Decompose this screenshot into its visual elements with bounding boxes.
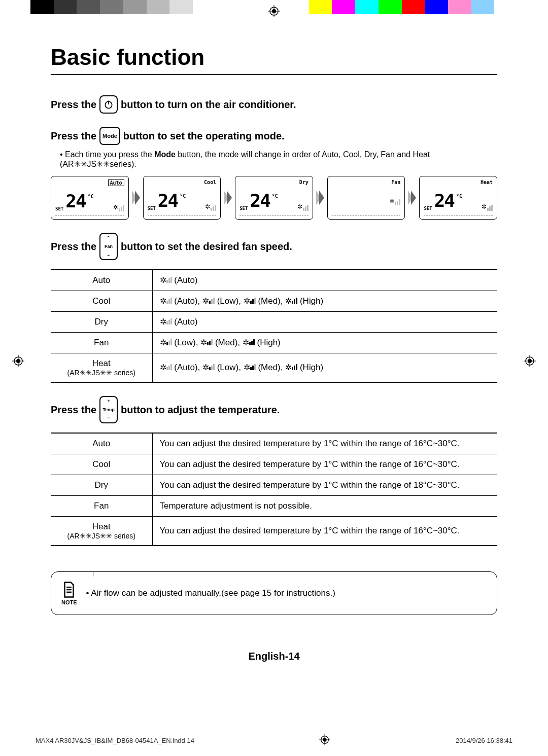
text: Fan <box>105 244 113 249</box>
text: Mode <box>154 150 176 159</box>
power-button-icon <box>99 95 118 114</box>
fan-icon: ✲ <box>113 202 118 211</box>
signal-bars-icon <box>209 364 215 370</box>
instruction-power: Press the button to turn on the air cond… <box>51 95 497 114</box>
signal-bars-icon <box>250 364 256 370</box>
fan-icon: ✲ <box>200 338 207 347</box>
instruction-mode: Press the Mode button to set the operati… <box>51 127 497 145</box>
mode-button-icon: Mode <box>99 127 120 145</box>
registration-mark-icon <box>524 355 536 367</box>
chevron-up-icon: ⌃ <box>107 236 111 240</box>
fan-icon: ✲ <box>285 363 292 372</box>
lcd-cool: Cool SET 24 °C ✲ <box>143 176 221 220</box>
text: button to adjust the temperature. <box>121 404 280 416</box>
note-text: Air flow can be adjusted manually.(see p… <box>86 588 335 598</box>
registration-mark-icon <box>12 355 24 367</box>
text: Press the <box>51 130 96 142</box>
fan-icon: ✲ <box>244 363 250 372</box>
note-label: NOTE <box>61 599 77 605</box>
instruction-fan: Press the ⌃ Fan ⌄ button to set the desi… <box>51 233 497 260</box>
arrow-right-icon <box>408 191 416 205</box>
signal-bars-icon <box>166 339 172 345</box>
fan-speed-table: Auto✲ (Auto)Cool✲ (Auto), ✲ (Low), ✲ (Me… <box>51 269 497 383</box>
table-row: Auto✲ (Auto) <box>51 270 497 291</box>
page-title: Basic function <box>51 45 497 75</box>
registration-mark-icon <box>268 5 280 17</box>
page-number: English-14 <box>51 651 497 662</box>
note-icon: NOTE <box>61 581 77 605</box>
fan-icon: ✲ <box>482 201 487 211</box>
plus-icon: + <box>107 399 110 404</box>
note-box: NOTE Air flow can be adjusted manually.(… <box>51 571 497 615</box>
signal-bars-icon <box>166 318 172 325</box>
table-row: FanTemperature adjustment is not possibl… <box>51 496 497 517</box>
temp-button-icon: + Temp − <box>99 396 118 423</box>
footer-filename: MAX4 AR30JV&JS_IB&IM_DB68-04541A_EN.indd… <box>36 737 194 744</box>
table-row: Cool✲ (Auto), ✲ (Low), ✲ (Med), ✲ (High) <box>51 291 497 312</box>
fan-icon: ✲ <box>244 297 250 305</box>
lcd-dry: Dry SET 24 °C ✲ <box>235 176 313 220</box>
text: Press the <box>51 241 96 253</box>
arrow-right-icon <box>132 191 140 205</box>
instruction-temp: Press the + Temp − button to adjust the … <box>51 396 497 423</box>
signal-bars-icon <box>119 205 124 211</box>
fan-button-icon: ⌃ Fan ⌄ <box>99 233 118 260</box>
minus-icon: − <box>107 416 110 420</box>
signal-bars-icon <box>303 205 309 211</box>
signal-bars-icon <box>207 339 213 345</box>
table-row: Dry✲ (Auto) <box>51 312 497 333</box>
signal-bars-icon <box>211 205 216 211</box>
table-row: Fan✲ (Low), ✲ (Med), ✲ (High) <box>51 333 497 353</box>
fan-icon: ✲ <box>297 201 302 211</box>
signal-bars-icon <box>292 364 297 370</box>
signal-bars-icon <box>292 298 297 304</box>
table-row: AutoYou can adjust the desired temperatu… <box>51 433 497 454</box>
text: Temp <box>102 408 114 412</box>
chevron-down-icon: ⌄ <box>107 253 111 257</box>
table-row: Heat(AR✳✳JS✳✳ series)You can adjust the … <box>51 517 497 546</box>
lcd-auto: Auto SET 24 °C ✲ <box>51 176 129 220</box>
fan-icon: ✲ <box>160 317 166 326</box>
fan-icon: ✲ <box>160 338 166 347</box>
text: button to turn on the air conditioner. <box>121 99 296 111</box>
lcd-fan: Fan ✲ <box>327 176 405 220</box>
fan-icon: ✲ <box>202 297 209 305</box>
signal-bars-icon <box>487 205 493 211</box>
fan-icon: ✲ <box>390 196 395 205</box>
mode-sequence: Auto SET 24 °C ✲ Cool SET 24 °C ✲ Dry SE… <box>51 176 497 220</box>
table-row: CoolYou can adjust the desired temperatu… <box>51 454 497 475</box>
signal-bars-icon <box>166 298 172 304</box>
fan-icon: ✲ <box>202 363 209 372</box>
signal-bars-icon <box>249 339 255 345</box>
text: button to set the desired fan speed. <box>121 241 292 253</box>
text: Each time you press the <box>65 150 154 159</box>
text: button to set the operating mode. <box>123 130 285 142</box>
lcd-heat: Heat SET 24 °C ✲ <box>419 176 497 220</box>
text: Press the <box>51 404 96 416</box>
table-row: DryYou can adjust the desired temperatur… <box>51 475 497 496</box>
signal-bars-icon <box>395 199 400 205</box>
text: Press the <box>51 99 96 111</box>
signal-bars-icon <box>209 298 215 304</box>
temperature-table: AutoYou can adjust the desired temperatu… <box>51 433 497 546</box>
fan-icon: ✲ <box>160 276 166 284</box>
footer-timestamp: 2014/9/26 16:38:41 <box>456 737 512 744</box>
table-row: Heat(AR✳✳JS✳✳ series)✲ (Auto), ✲ (Low), … <box>51 353 497 383</box>
print-footer: MAX4 AR30JV&JS_IB&IM_DB68-04541A_EN.indd… <box>0 734 548 747</box>
fan-icon: ✲ <box>243 338 249 347</box>
fan-icon: ✲ <box>206 201 211 211</box>
arrow-right-icon <box>224 191 232 205</box>
registration-mark-icon <box>319 734 330 747</box>
fan-icon: ✲ <box>160 363 166 372</box>
fan-icon: ✲ <box>160 297 166 305</box>
arrow-right-icon <box>316 191 324 205</box>
signal-bars-icon <box>166 364 172 370</box>
signal-bars-icon <box>166 277 172 283</box>
mode-cycle-note: Each time you press the Mode button, the… <box>60 150 497 169</box>
signal-bars-icon <box>250 298 256 304</box>
fan-icon: ✲ <box>285 297 292 305</box>
